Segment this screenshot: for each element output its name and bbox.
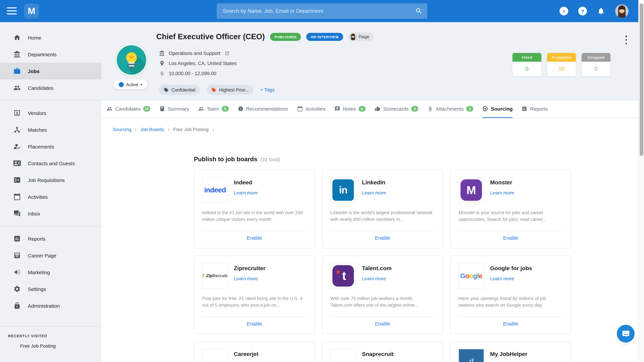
job-board-card: M Monster Learn more Monster is your sou…	[450, 170, 571, 248]
job-board-card: Snaprecruit Learn more Enable	[322, 341, 443, 362]
sidebar-item-label: Contacts and Guests	[28, 160, 75, 166]
sidebar-item[interactable]: Contacts and Guests	[0, 155, 101, 172]
breadcrumb-item[interactable]: Sourcing	[113, 126, 131, 132]
help-button[interactable]: ?	[578, 7, 587, 15]
learn-more-link[interactable]: Learn more	[362, 190, 386, 195]
board-name: Snaprecruit	[362, 351, 394, 358]
sidebar-item[interactable]: Settings	[0, 281, 101, 297]
tab[interactable]: Activities	[297, 100, 325, 118]
tag-icon	[212, 87, 216, 92]
app-logo[interactable]: M	[24, 4, 39, 18]
tag-chip[interactable]: Confidential	[159, 85, 200, 95]
board-description: Post jobs for free. #1 rated hiring site…	[202, 295, 306, 309]
sidebar-item[interactable]: Departments	[0, 46, 101, 63]
sidebar-item[interactable]: Activities	[0, 188, 101, 205]
tag-icon	[164, 87, 169, 92]
tag-label: Confidential	[172, 87, 196, 92]
owner-name: Paige	[358, 34, 369, 39]
card-divider	[458, 317, 563, 317]
learn-more-link[interactable]: Learn more	[362, 276, 386, 281]
learn-more-link[interactable]: Learn more	[490, 190, 514, 195]
tab[interactable]: Recommendations	[238, 100, 288, 118]
sidebar-item[interactable]: Administration	[0, 297, 101, 314]
tab[interactable]: Candidates 10	[107, 100, 150, 118]
location-pin-icon	[159, 60, 165, 66]
tab-icon	[198, 106, 204, 112]
department-icon	[159, 50, 165, 56]
enable-button[interactable]: Enable	[194, 321, 314, 327]
board-name: My JobHelper	[490, 351, 528, 358]
board-logo: Google	[458, 263, 484, 289]
sidebar-item-icon	[14, 193, 21, 200]
search-icon[interactable]	[415, 7, 422, 15]
topbar: M ?	[0, 0, 644, 22]
salary-row: $ 10,000.00 - 12,099.00	[159, 70, 237, 76]
search-input[interactable]	[217, 8, 415, 14]
tab-label: Activities	[306, 106, 325, 112]
enable-button[interactable]: Enable	[450, 321, 571, 327]
tab-label: Reports	[530, 106, 548, 112]
scrollbar-thumb[interactable]	[640, 3, 643, 156]
sidebar-item[interactable]: Matches	[0, 121, 101, 138]
job-board-card: t Talent.com Learn more With over 75 mil…	[322, 255, 443, 334]
sidebar-item[interactable]: Candidates	[0, 79, 101, 96]
location-value: Los Angeles, CA, United States	[169, 61, 237, 66]
menu-icon[interactable]	[7, 7, 17, 15]
enable-button[interactable]: Enable	[322, 321, 443, 327]
enable-button[interactable]: Enable	[194, 235, 314, 241]
learn-more-link[interactable]: Learn more	[490, 276, 514, 281]
external-link-icon[interactable]	[225, 51, 230, 56]
job-board-card: Google Google for jobs Learn more Have y…	[450, 255, 571, 334]
recently-visited-heading: RECENTLY VISITED	[0, 331, 101, 340]
tab[interactable]: Sourcing	[482, 100, 513, 118]
job-board-card: ZipRecruiter Ziprecruiter Learn more Pos…	[194, 255, 315, 334]
section-total: (31 total)	[260, 157, 280, 162]
user-avatar[interactable]	[615, 4, 628, 18]
sidebar-item[interactable]: Home	[0, 29, 101, 46]
tab-label: Attachments	[436, 106, 464, 112]
vertical-scrollbar[interactable]	[638, 0, 644, 362]
sidebar-item[interactable]: Reports	[0, 230, 101, 247]
chat-widget-button[interactable]	[617, 325, 634, 343]
enable-button[interactable]: Enable	[322, 235, 443, 241]
sidebar-item[interactable]: Marketing	[0, 264, 101, 281]
tab[interactable]: Attachments 1	[427, 100, 474, 118]
job-status-dropdown[interactable]: Active ▾	[113, 79, 148, 89]
sidebar-item[interactable]: Career Page	[0, 247, 101, 264]
recently-visited-item[interactable]: Free Job Posting	[0, 340, 101, 352]
add-tags-button[interactable]: + Tags	[260, 87, 275, 92]
quick-add-button[interactable]	[560, 7, 568, 15]
sidebar-item[interactable]: Vendors	[0, 105, 101, 121]
tab[interactable]: Summary	[159, 100, 189, 118]
sidebar-item[interactable]: Placements	[0, 138, 101, 155]
learn-more-link[interactable]: Learn more	[234, 190, 258, 195]
tab[interactable]: Scorecards 4	[375, 100, 418, 118]
breadcrumb-item[interactable]: Job Boards	[140, 126, 164, 132]
sidebar-item[interactable]: Inbox	[0, 205, 101, 222]
sidebar-group-secondary: Vendors Matches Placements Contacts and …	[0, 105, 101, 222]
owner-chip[interactable]: Paige	[348, 32, 373, 41]
tab[interactable]: Notes 6	[334, 100, 366, 118]
breadcrumb-item[interactable]: Free Job Posting	[173, 126, 209, 132]
learn-more-link[interactable]: Learn more	[234, 276, 258, 281]
job-board-card: in LinkedIn Learn more LinkedIn is the w…	[322, 170, 443, 248]
tab[interactable]: Reports	[522, 100, 548, 118]
sidebar-item[interactable]: Job Requisitions	[0, 172, 101, 188]
salary-icon: $	[159, 70, 165, 76]
sidebar-item-icon	[14, 285, 21, 293]
tab[interactable]: Team 5	[198, 100, 228, 118]
enable-button[interactable]: Enable	[450, 235, 571, 241]
sidebar-item-label: Job Requisitions	[28, 177, 65, 183]
sidebar: Home Departments Jobs Candidates	[0, 22, 101, 362]
job-avatar[interactable]	[116, 44, 147, 76]
department-value[interactable]: Operations and Support	[169, 51, 220, 56]
breadcrumb: Sourcing › Job Boards › Free Job Posting…	[113, 126, 639, 132]
sidebar-item-icon	[14, 143, 21, 150]
chevron-down-icon: ▾	[140, 83, 142, 86]
breadcrumb-separator: ›	[135, 126, 137, 132]
sidebar-item[interactable]: Jobs	[0, 63, 101, 79]
more-options-kebab-icon[interactable]	[623, 35, 629, 44]
stat-hired: Hired 0	[512, 53, 541, 76]
notifications-bell-icon[interactable]	[597, 7, 605, 15]
tag-chip[interactable]: Highest Prior...	[207, 85, 254, 95]
